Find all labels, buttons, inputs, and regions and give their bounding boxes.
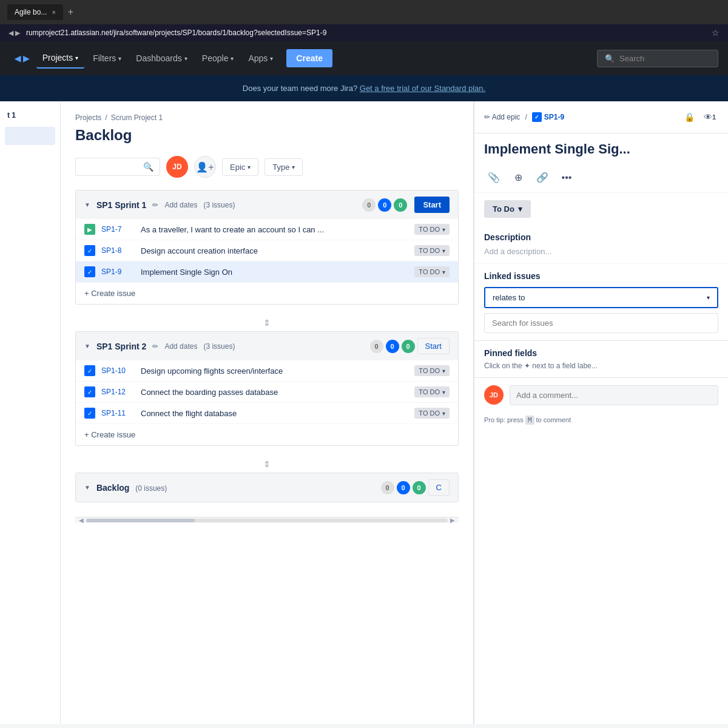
lock-icon[interactable]: 🔒	[681, 109, 698, 126]
issue-status-sp1-9[interactable]: TO DO ▾	[414, 266, 450, 277]
backlog-search-input[interactable]	[82, 163, 140, 172]
linked-issues-section: Linked issues relates to ▾	[474, 264, 728, 340]
nav-apps[interactable]: Apps ▾	[242, 49, 279, 68]
nav-dashboards[interactable]: Dashboards ▾	[130, 49, 194, 68]
sprint1-edit-dates[interactable]: Add dates	[164, 201, 197, 209]
sprint2-count-blue: 0	[386, 340, 399, 353]
attach-icon-button[interactable]: 📎	[484, 168, 504, 187]
sprint1-start-button[interactable]: Start	[414, 197, 450, 213]
bookmark-icon[interactable]: ☆	[712, 28, 720, 38]
tab-close-button[interactable]: ×	[52, 8, 55, 16]
backlog-action-button[interactable]: C	[428, 479, 450, 496]
scrollbar-thumb	[86, 519, 195, 522]
epic-filter-button[interactable]: Epic ▾	[222, 158, 258, 176]
page-title: Backlog	[75, 127, 459, 144]
issue-key-sp1-8: SP1-8	[101, 246, 135, 255]
nav-filters[interactable]: Filters ▾	[87, 49, 127, 68]
status-label: To Do	[493, 204, 514, 214]
pinned-fields-section: Pinned fields Click on the ✦ next to a f…	[474, 340, 728, 377]
create-button[interactable]: Create	[286, 49, 332, 67]
description-placeholder[interactable]: Add a description...	[484, 247, 718, 256]
more-actions-button[interactable]: •••	[557, 168, 576, 187]
sprint1-edit-icon[interactable]: ✏	[152, 201, 158, 209]
task-icon-sp1-10: ✓	[84, 365, 95, 376]
issue-row-sp1-8[interactable]: ✓ SP1-8 Design account creation interfac…	[76, 240, 458, 261]
nav-back-forward[interactable]: ◀ ▶	[10, 50, 34, 67]
backlog-toolbar: 🔍 JD 👤+ Epic ▾ Type ▾	[75, 156, 459, 178]
sprint2-edit-icon[interactable]: ✏	[152, 342, 158, 351]
task-icon-sp1-8: ✓	[84, 245, 95, 256]
people-chevron: ▾	[231, 55, 234, 62]
nav-bar: ◀ ▶ Projects ▾ Filters ▾ Dashboards ▾ Pe…	[0, 41, 728, 75]
search-placeholder: Search	[619, 54, 644, 63]
breadcrumb: Projects / Scrum Project 1	[75, 113, 459, 122]
issue-row-sp1-7[interactable]: ▶ SP1-7 As a traveller, I want to create…	[76, 219, 458, 240]
banner-text: Does your team need more Jira?	[243, 84, 357, 93]
nav-people[interactable]: People ▾	[196, 49, 240, 68]
search-bar[interactable]: 🔍 Search	[597, 50, 718, 67]
breadcrumb-project-name: Scrum Project 1	[111, 113, 163, 122]
drag-handle-1[interactable]: ⇕	[75, 314, 459, 331]
link-icon-button[interactable]: 🔗	[533, 168, 552, 187]
add-member-button[interactable]: 👤+	[194, 156, 216, 178]
pinned-fields-hint: Click on the ✦ next to a field labe...	[484, 362, 718, 370]
nav-projects[interactable]: Projects ▾	[36, 48, 85, 69]
add-epic-button[interactable]: ✏ Add epic	[484, 113, 520, 121]
epic-chevron-icon: ▾	[248, 164, 251, 170]
sprint2-edit-dates[interactable]: Add dates	[164, 342, 197, 351]
status-button[interactable]: To Do ▾	[484, 200, 531, 218]
commenter-avatar: JD	[484, 385, 504, 405]
sprint2-start-button[interactable]: Start	[417, 338, 450, 354]
issue-row-sp1-10[interactable]: ✓ SP1-10 Design upcoming flights screen/…	[76, 360, 458, 382]
sprint2-count-gray: 0	[370, 340, 383, 353]
issue-row-sp1-11[interactable]: ✓ SP1-11 Connect the flight database TO …	[76, 403, 458, 424]
panel-issue-key[interactable]: ✓ SP1-9	[532, 112, 564, 122]
user-avatar-jd[interactable]: JD	[166, 156, 188, 178]
scroll-right-arrow[interactable]: ▶	[448, 517, 457, 524]
scroll-left-arrow[interactable]: ◀	[76, 517, 86, 524]
issue-status-sp1-12[interactable]: TO DO ▾	[414, 386, 450, 397]
watch-icon[interactable]: 👁 1	[701, 109, 718, 126]
drag-handle-2[interactable]: ⇕	[75, 456, 459, 473]
nav-filters-label: Filters	[93, 53, 116, 63]
nav-dashboards-label: Dashboards	[136, 53, 182, 63]
issue-row-sp1-9[interactable]: ✓ SP1-9 Implement Single Sign On TO DO ▾	[76, 261, 458, 283]
sprint2-collapse-icon[interactable]: ▼	[84, 343, 90, 349]
banner-link[interactable]: Get a free trial of our Standard plan.	[360, 84, 485, 93]
url-text: rumproject21.atlassian.net/jira/software…	[26, 29, 706, 37]
issue-status-sp1-10[interactable]: TO DO ▾	[414, 365, 450, 376]
person-add-icon: 👤+	[196, 161, 214, 173]
issue-status-sp1-7[interactable]: TO DO ▾	[414, 224, 450, 235]
sprint1-count-gray: 0	[362, 198, 376, 212]
sprint2-name: SP1 Sprint 2	[96, 342, 146, 351]
browser-chrome: Agile bo... × +	[0, 0, 728, 24]
sprint1-count-blue: 0	[378, 198, 391, 212]
issue-row-sp1-12[interactable]: ✓ SP1-12 Connect the boarding passes dat…	[76, 382, 458, 403]
comment-input[interactable]	[510, 385, 718, 405]
description-title: Description	[484, 232, 718, 242]
backlog-search[interactable]: 🔍	[75, 158, 160, 176]
active-tab[interactable]: Agile bo... ×	[7, 4, 63, 20]
issue-key-sp1-9: SP1-9	[101, 268, 135, 276]
issue-summary-sp1-7: As a traveller, I want to create an acco…	[141, 225, 408, 234]
scrollbar-track	[86, 519, 448, 522]
backlog-label: Backlog (0 issues)	[96, 483, 167, 493]
breadcrumb-projects[interactable]: Projects	[75, 113, 101, 122]
create-issue-sprint1[interactable]: + Create issue	[76, 283, 458, 304]
pro-tip: Pro tip: press M to comment	[474, 413, 728, 431]
type-filter-button[interactable]: Type ▾	[265, 158, 303, 176]
upgrade-banner: Does your team need more Jira? Get a fre…	[0, 75, 728, 101]
backlog-collapse-icon[interactable]: ▼	[84, 484, 90, 491]
status-chevron-icon: ▾	[518, 204, 522, 214]
new-tab-button[interactable]: +	[68, 7, 73, 18]
linked-issues-relation-select[interactable]: relates to ▾	[484, 287, 718, 308]
description-section: Description Add a description...	[474, 225, 728, 264]
sprint1-collapse-icon[interactable]: ▼	[84, 201, 90, 208]
issue-status-sp1-8[interactable]: TO DO ▾	[414, 245, 450, 256]
issue-status-sp1-11[interactable]: TO DO ▾	[414, 408, 450, 419]
linked-issues-search-input[interactable]	[484, 313, 718, 333]
sprint2-counts: 0 0 0 Start	[370, 338, 450, 354]
horizontal-scrollbar[interactable]: ◀ ▶	[75, 517, 459, 523]
child-issues-icon-button[interactable]: ⊕	[508, 168, 528, 187]
create-issue-sprint2[interactable]: + Create issue	[76, 424, 458, 445]
